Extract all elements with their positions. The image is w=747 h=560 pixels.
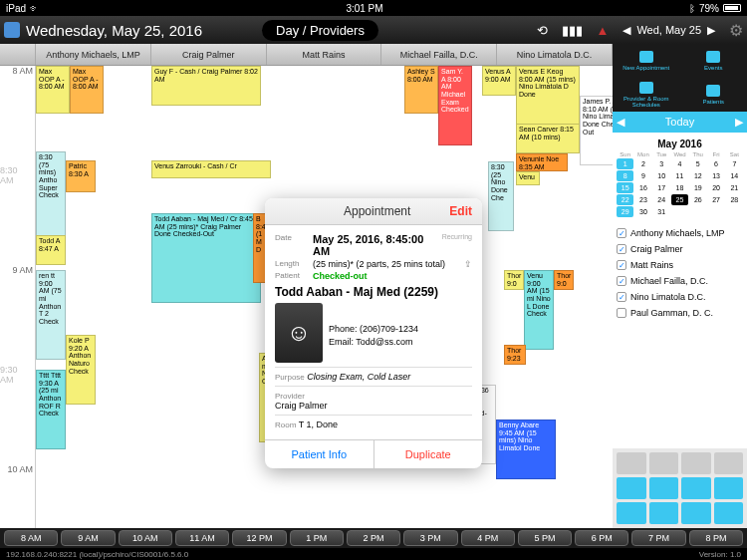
events-button[interactable]: Events (680, 44, 748, 78)
duplicate-button[interactable]: Duplicate (374, 440, 483, 468)
hour-button[interactable]: 6 PM (575, 530, 628, 546)
appt-block[interactable]: Todd Aaban - Maj Med / Cr 8:45 AM (25 mi… (151, 213, 261, 303)
room-tile[interactable] (681, 477, 711, 499)
calendar-day[interactable]: 28 (726, 194, 743, 205)
calendar-day[interactable]: 16 (634, 182, 651, 193)
calendar-day[interactable]: 6 (707, 158, 724, 169)
today-bar[interactable]: ◀Today▶ (613, 112, 747, 133)
appt-block[interactable]: Patric 8:30 A (66, 160, 96, 192)
calendar-day[interactable]: 22 (617, 194, 633, 205)
provider-header[interactable]: Michael Failla, D.C. (381, 44, 497, 65)
hour-button[interactable]: 1 PM (290, 530, 344, 546)
hour-button[interactable]: 11 AM (175, 530, 229, 546)
app-logo-icon[interactable] (4, 22, 20, 38)
station-icon[interactable] (714, 452, 744, 474)
calendar-day[interactable]: 20 (707, 182, 724, 193)
appt-block[interactable]: Benny Abare 9:45 AM (15 mins) Nino Limat… (496, 420, 556, 479)
patients-button[interactable]: Patients (680, 78, 748, 112)
appt-block[interactable]: Thor 9:0 (504, 270, 524, 290)
appt-block[interactable]: Sean Carver 8:15 AM (10 mins) (516, 124, 580, 153)
schedule-grid[interactable]: Anthony Michaels, LMP Craig Palmer Matt … (0, 44, 613, 528)
hour-button[interactable]: 5 PM (518, 530, 572, 546)
calendar-day[interactable]: 11 (671, 170, 688, 181)
hour-button[interactable]: 2 PM (347, 530, 400, 546)
appt-block[interactable]: Venunie Noe 8:35 AM (516, 153, 568, 171)
room-tile[interactable] (649, 502, 679, 524)
calendar-day[interactable]: 30 (634, 206, 651, 217)
calendar-day[interactable]: 10 (653, 170, 670, 181)
provider-header[interactable]: Anthony Michaels, LMP (36, 44, 151, 65)
provider-header[interactable]: Craig Palmer (151, 44, 267, 65)
provider-filter-item[interactable]: ✓Michael Failla, D.C. (617, 273, 743, 289)
station-icon[interactable] (681, 452, 711, 474)
calendar-day[interactable]: 4 (671, 158, 688, 169)
hour-button[interactable]: 3 PM (403, 530, 457, 546)
calendar-day[interactable]: 5 (689, 158, 706, 169)
appt-block[interactable]: Venu 9:00 AM (15 mi Nino L Done Check (524, 270, 554, 350)
sync-icon[interactable]: ⟲ (537, 23, 548, 38)
calendar-day[interactable]: 26 (689, 194, 706, 205)
appt-block[interactable]: ren tt 9:00 AM (75 mi Anthon T 2 Check (36, 270, 66, 360)
appt-block[interactable]: Ashley S 8:00 AM (404, 66, 438, 114)
calendar-day[interactable]: 13 (707, 170, 724, 181)
calendar-day[interactable]: 3 (653, 158, 670, 169)
hour-button[interactable]: 10 AM (119, 530, 172, 546)
edit-button[interactable]: Edit (449, 204, 472, 218)
provider-filter-item[interactable]: Paul Gamman, D. C. (617, 305, 743, 321)
checkbox-icon[interactable]: ✓ (617, 244, 626, 254)
appt-block[interactable]: James P. Aba 8:10 AM (0 mins) Nino Limat… (580, 96, 613, 165)
appt-block[interactable]: Thor 9:23 (504, 345, 526, 365)
provider-filter-item[interactable]: ✓Matt Rains (617, 257, 743, 273)
stats-icon[interactable]: ▮▮▮ (562, 23, 583, 38)
calendar-day[interactable]: 24 (653, 194, 670, 205)
appt-block[interactable]: Tttt Tttt 9:30 A (25 mi Anthon ROF R Che… (36, 370, 66, 449)
chevron-right-icon[interactable]: ▶ (735, 116, 743, 129)
calendar-day[interactable]: 17 (653, 182, 670, 193)
calendar-day[interactable]: 7 (726, 158, 743, 169)
appt-block[interactable]: Venus A 9:00 AM (482, 66, 516, 96)
checkbox-icon[interactable] (617, 308, 626, 318)
appt-block[interactable]: Todd A 8:47 A (36, 235, 66, 265)
calendar-day[interactable]: 12 (689, 170, 706, 181)
chevron-left-icon[interactable]: ◀ (617, 116, 624, 129)
appt-block[interactable]: Venus Zarrouki - Cash / Cr (151, 160, 271, 178)
checkbox-icon[interactable]: ✓ (617, 292, 626, 302)
patient-info-button[interactable]: Patient Info (265, 440, 374, 468)
room-tile[interactable] (714, 502, 744, 524)
calendar-day[interactable]: 31 (653, 206, 670, 217)
hour-button[interactable]: 9 AM (61, 530, 115, 546)
calendar-day[interactable]: 2 (634, 158, 651, 169)
provider-filter-item[interactable]: ✓Nino Limatola D.C. (617, 289, 743, 305)
calendar-day[interactable]: 9 (634, 170, 651, 181)
calendar-day[interactable]: 14 (726, 170, 743, 181)
avatar[interactable]: ☺ (275, 303, 323, 363)
calendar-day[interactable]: 23 (634, 194, 651, 205)
room-tile[interactable] (681, 502, 711, 524)
provider-header[interactable]: Nino Limatola D.C. (497, 44, 613, 65)
checkbox-icon[interactable]: ✓ (617, 276, 626, 286)
provider-filter-item[interactable]: ✓Anthony Michaels, LMP (617, 225, 743, 241)
gear-icon[interactable]: ⚙ (729, 21, 743, 40)
appt-block[interactable]: Thor 9:0 (554, 270, 574, 290)
hour-button[interactable]: 8 PM (689, 530, 743, 546)
calendar-day[interactable]: 19 (689, 182, 706, 193)
date-nav[interactable]: ◀ Wed, May 25 ▶ (622, 24, 715, 37)
provider-header[interactable]: Matt Rains (267, 44, 382, 65)
appt-block[interactable]: Kole P 9:20 A Anthon Naturo Check (66, 335, 96, 405)
provider-filter-item[interactable]: ✓Craig Palmer (617, 241, 743, 257)
hour-button[interactable]: 7 PM (631, 530, 685, 546)
hour-button[interactable]: 12 PM (232, 530, 286, 546)
calendar-day[interactable]: 27 (707, 194, 724, 205)
calendar-day[interactable]: 15 (617, 182, 633, 193)
station-icon[interactable] (649, 452, 679, 474)
schedules-button[interactable]: Provider & Room Schedules (613, 78, 680, 112)
calendar-day[interactable]: 29 (617, 206, 633, 217)
appt-block[interactable]: 8:30 (25 Nino Done Che (488, 161, 514, 231)
hour-button[interactable]: 8 AM (4, 530, 58, 546)
room-tile[interactable] (617, 502, 646, 524)
appt-block[interactable]: Max OOP A - 8:00 AM (36, 66, 70, 114)
checkbox-icon[interactable]: ✓ (617, 260, 626, 270)
room-tile[interactable] (714, 477, 744, 499)
new-appointment-button[interactable]: New Appointment (613, 44, 680, 78)
mini-calendar[interactable]: May 2016 SunMonTueWedThuFriSat1234567891… (613, 133, 747, 221)
